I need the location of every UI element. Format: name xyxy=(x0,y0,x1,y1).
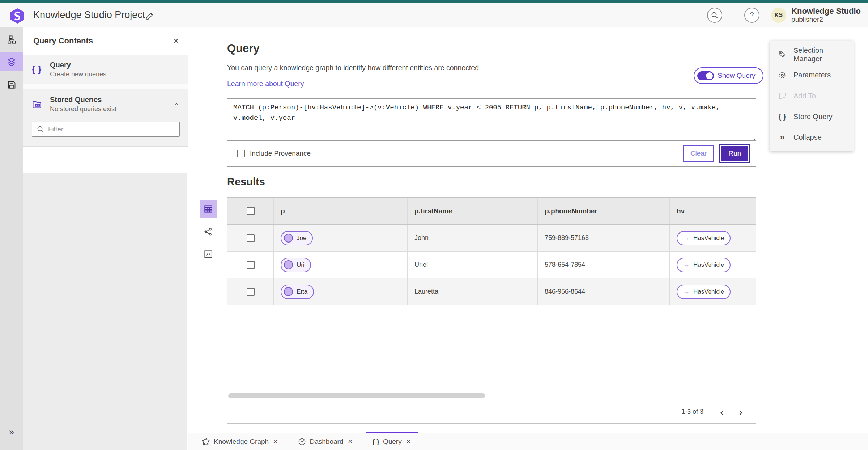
stored-queries-text: Stored Queries No stored queries exist xyxy=(50,96,173,113)
table-row[interactable]: Etta Lauretta 846-956-8644 →HasVehicle xyxy=(227,278,756,305)
row-checkbox[interactable] xyxy=(247,288,255,296)
cell-hv: →HasVehicle xyxy=(669,252,756,278)
table-empty-area xyxy=(227,305,756,392)
node-icon xyxy=(284,234,293,243)
column-header-p[interactable]: p xyxy=(273,198,407,224)
selection-manager-button[interactable]: Selection Manager xyxy=(770,44,854,65)
pipelines-nav-button[interactable] xyxy=(0,30,23,49)
scrollbar-thumb[interactable] xyxy=(228,393,485,398)
learn-more-link[interactable]: Learn more about Query xyxy=(227,80,304,88)
person-chip-label: Uri xyxy=(297,261,305,269)
stored-queries-label: Stored Queries xyxy=(50,96,173,104)
chart-view-button[interactable] xyxy=(200,245,217,263)
cell-phone-number: 578-654-7854 xyxy=(537,252,669,278)
close-icon: ✕ xyxy=(173,37,179,45)
person-chip[interactable]: Joe xyxy=(281,231,313,245)
stored-queries-description: No stored queries exist xyxy=(50,105,173,113)
network-icon xyxy=(204,227,213,236)
person-chip-label: Etta xyxy=(297,288,307,295)
table-row[interactable]: Uri Uriel 578-654-7854 →HasVehicle xyxy=(227,252,756,278)
page-title: Query xyxy=(227,42,260,55)
close-panel-button[interactable]: ✕ xyxy=(173,37,179,45)
column-header-phonenumber[interactable]: p.phoneNumber xyxy=(537,198,669,224)
filter-search-icon xyxy=(36,125,45,134)
edit-title-icon[interactable] xyxy=(145,10,156,22)
parameters-button[interactable]: Parameters xyxy=(770,65,854,85)
pagination-footer: 1-3 of 3 ‹ › xyxy=(227,400,756,423)
collapse-panel-button[interactable]: » Collapse xyxy=(770,127,854,148)
selection-manager-label: Selection Manager xyxy=(793,46,854,63)
row-checkbox[interactable] xyxy=(247,234,255,242)
column-header-firstname[interactable]: p.firstName xyxy=(407,198,537,224)
edge-chip[interactable]: →HasVehicle xyxy=(677,231,731,245)
tab-query[interactable]: { } Query ✕ xyxy=(363,433,421,450)
filter-input[interactable] xyxy=(32,122,180,137)
edge-chip[interactable]: →HasVehicle xyxy=(677,285,731,299)
person-chip[interactable]: Etta xyxy=(281,285,314,299)
row-checkbox-cell xyxy=(227,234,273,242)
previous-page-button[interactable]: ‹ xyxy=(717,407,727,417)
next-page-button[interactable]: › xyxy=(736,407,745,417)
stored-queries-section: Stored Queries No stored queries exist xyxy=(23,89,188,147)
panel-empty-area xyxy=(23,173,187,450)
show-query-toggle[interactable]: Show Query xyxy=(694,67,763,84)
tab-label: Dashboard xyxy=(310,438,344,446)
save-nav-button[interactable] xyxy=(0,75,23,94)
tab-label: Knowledge Graph xyxy=(214,438,269,446)
node-icon xyxy=(284,260,293,269)
help-button[interactable]: ? xyxy=(744,8,760,23)
stored-queries-header[interactable]: Stored Queries No stored queries exist xyxy=(32,96,180,113)
add-to-button: Add To xyxy=(770,85,854,106)
graph-view-button[interactable] xyxy=(200,223,217,240)
pagination-range: 1-3 of 3 xyxy=(681,408,703,416)
sidebar-item-query[interactable]: { } Query Create new queries xyxy=(23,55,188,84)
close-tab-button[interactable]: ✕ xyxy=(405,437,412,446)
chevron-up-icon xyxy=(173,100,180,108)
toggle-switch-on[interactable] xyxy=(697,71,714,80)
query-layers-nav-button[interactable] xyxy=(0,52,23,71)
results-title: Results xyxy=(227,176,265,188)
include-provenance-checkbox[interactable] xyxy=(237,150,245,157)
collapse-label: Collapse xyxy=(793,133,822,142)
product-name: Knowledge Studio xyxy=(791,7,861,16)
tab-knowledge-graph[interactable]: Knowledge Graph ✕ xyxy=(192,433,288,450)
run-button[interactable]: Run xyxy=(720,145,749,162)
chart-icon xyxy=(204,249,213,259)
person-chip[interactable]: Uri xyxy=(281,258,311,272)
add-to-label: Add To xyxy=(793,92,816,100)
clear-button[interactable]: Clear xyxy=(683,145,714,162)
braces-icon: { } xyxy=(778,113,787,121)
folder-icon xyxy=(32,99,50,109)
close-icon: ✕ xyxy=(273,438,278,445)
query-item-label: Query xyxy=(50,61,180,69)
next-chevron-icon: › xyxy=(739,406,743,418)
results-table: p p.firstName p.phoneNumber hv Joe John … xyxy=(227,197,756,424)
avatar[interactable]: KS xyxy=(771,8,786,23)
bottom-tab-bar: Knowledge Graph ✕ Dashboard ✕ { } Query … xyxy=(188,433,868,450)
parameters-label: Parameters xyxy=(793,71,831,79)
query-text-input[interactable]: MATCH (p:Person)-[hv:HasVehicle]->(v:Veh… xyxy=(227,99,756,141)
cell-p: Joe xyxy=(273,225,407,251)
query-editor-footer: Include Provenance Clear Run xyxy=(227,141,756,166)
table-row[interactable]: Joe John 759-889-57168 →HasVehicle xyxy=(227,225,756,252)
close-tab-button[interactable]: ✕ xyxy=(272,437,278,446)
search-button[interactable] xyxy=(707,8,722,23)
close-tab-button[interactable]: ✕ xyxy=(347,437,353,446)
row-checkbox[interactable] xyxy=(247,261,255,269)
add-to-icon xyxy=(778,92,787,100)
dashboard-gauge-icon xyxy=(298,437,306,446)
app-logo-icon xyxy=(10,8,25,24)
tab-dashboard[interactable]: Dashboard ✕ xyxy=(288,433,363,450)
expand-chevrons-icon: » xyxy=(9,427,14,437)
top-bar: Knowledge Studio Project ? KS Knowledge … xyxy=(0,3,868,27)
close-icon: ✕ xyxy=(406,438,411,445)
topbar-divider xyxy=(733,7,733,23)
store-query-button[interactable]: { } Store Query xyxy=(770,106,854,127)
select-all-checkbox[interactable] xyxy=(247,207,255,215)
table-view-button[interactable] xyxy=(200,200,217,218)
braces-icon: { } xyxy=(32,64,50,75)
expand-panel-button[interactable]: » xyxy=(0,425,23,439)
edge-chip[interactable]: →HasVehicle xyxy=(677,258,731,272)
collapse-section-button[interactable] xyxy=(173,100,180,108)
column-header-hv[interactable]: hv xyxy=(669,198,756,224)
